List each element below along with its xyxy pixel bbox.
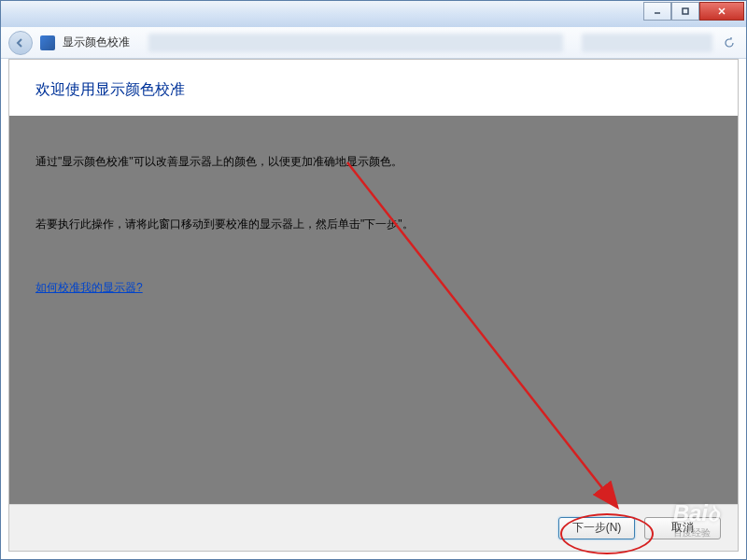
dialog-body: 通过"显示颜色校准"可以改善显示器上的颜色，以便更加准确地显示颜色。 若要执行此… <box>9 116 738 504</box>
dialog-footer: 下一步(N) 取消 <box>9 504 738 551</box>
search-blurred <box>582 34 712 52</box>
instruction-text-1: 通过"显示颜色校准"可以改善显示器上的颜色，以便更加准确地显示颜色。 <box>35 153 712 171</box>
dialog-heading: 欢迎使用显示颜色校准 <box>35 80 712 100</box>
navigation-bar: 显示颜色校准 <box>1 27 746 59</box>
close-button[interactable] <box>699 2 744 21</box>
minimize-button[interactable] <box>643 2 671 21</box>
instruction-text-2: 若要执行此操作，请将此窗口移动到要校准的显示器上，然后单击"下一步"。 <box>35 216 712 233</box>
maximize-button[interactable] <box>671 2 699 21</box>
title-bar <box>1 1 746 27</box>
dialog-header: 欢迎使用显示颜色校准 <box>9 60 738 117</box>
refresh-icon[interactable] <box>720 34 739 52</box>
dialog-panel: 欢迎使用显示颜色校准 通过"显示颜色校准"可以改善显示器上的颜色，以便更加准确地… <box>8 59 739 552</box>
app-icon <box>40 35 55 50</box>
window-controls <box>643 2 744 21</box>
cancel-button[interactable]: 取消 <box>644 517 721 539</box>
back-button[interactable] <box>8 31 33 55</box>
breadcrumb-blurred <box>148 34 563 52</box>
nav-title: 显示颜色校准 <box>63 35 130 50</box>
next-button[interactable]: 下一步(N) <box>558 517 635 539</box>
window-frame: 显示颜色校准 欢迎使用显示颜色校准 通过"显示颜色校准"可以改善显示器上的颜色，… <box>0 0 747 560</box>
help-link[interactable]: 如何校准我的显示器? <box>35 281 143 294</box>
svg-rect-1 <box>683 8 688 14</box>
